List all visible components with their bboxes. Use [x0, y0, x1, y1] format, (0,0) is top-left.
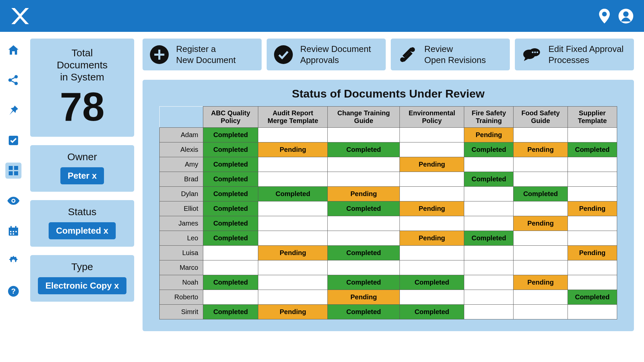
status-table: ABC QualityPolicyAudit ReportMerge Templ… [159, 106, 617, 319]
svg-point-0 [602, 12, 607, 16]
filter-chip-type[interactable]: Electronic Copy x [38, 277, 126, 294]
table-cell [258, 172, 328, 187]
svg-rect-11 [9, 171, 13, 175]
table-cell [400, 290, 464, 305]
filter-chip-status[interactable]: Completed x [49, 222, 116, 239]
table-row-header: Luisa [160, 246, 203, 260]
table-cell [203, 246, 258, 260]
svg-line-6 [11, 77, 15, 79]
total-docs-label-1: Total [37, 47, 127, 59]
action-label: Register aNew Document [176, 44, 236, 65]
table-cell: Completed [514, 187, 568, 201]
filter-title-owner: Owner [37, 151, 127, 163]
table-cell: Pending [258, 142, 328, 157]
sidebar-pin[interactable] [5, 102, 21, 118]
table-cell [400, 216, 464, 231]
table-cell [514, 231, 568, 246]
tools-icon [397, 45, 418, 65]
table-cell: Pending [400, 201, 464, 216]
table-cell [514, 246, 568, 260]
table-cell: Pending [328, 187, 400, 201]
sidebar-share[interactable] [5, 72, 21, 88]
sidebar-nav: ? [0, 32, 27, 362]
sidebar-checkbox[interactable] [5, 132, 21, 148]
svg-point-32 [400, 57, 405, 62]
table-row-header: Brad [160, 172, 203, 187]
table-cell [258, 128, 328, 142]
table-cell [328, 157, 400, 172]
filter-title-status: Status [37, 206, 127, 218]
action-register-document[interactable]: Register aNew Document [143, 39, 262, 70]
svg-point-36 [534, 51, 536, 53]
action-label: Edit Fixed ApprovalProcesses [548, 44, 624, 65]
table-cell [203, 260, 258, 275]
table-cell [464, 260, 514, 275]
svg-rect-20 [10, 233, 11, 235]
table-cell: Completed [464, 142, 514, 157]
table-cell: Completed [203, 187, 258, 201]
action-review-revisions[interactable]: ReviewOpen Revisions [391, 39, 510, 70]
sidebar-eye[interactable] [5, 193, 21, 209]
table-cell [514, 201, 568, 216]
svg-point-30 [274, 45, 293, 64]
table-cell: Pending [400, 157, 464, 172]
sidebar-help[interactable]: ? [5, 283, 21, 299]
table-cell [568, 128, 617, 142]
table-column-header: Change TrainingGuide [328, 107, 400, 128]
table-cell: Completed [328, 142, 400, 157]
total-docs-label-2: Documents [37, 59, 127, 71]
svg-rect-17 [10, 231, 11, 232]
action-review-approvals[interactable]: Review DocumentApprovals [267, 39, 386, 70]
table-cell [258, 201, 328, 216]
table-corner [160, 107, 203, 128]
table-row-header: Roberto [160, 290, 203, 305]
table-cell [568, 275, 617, 290]
table-row: AmyCompletedPending [160, 157, 617, 172]
sidebar-dashboard[interactable] [5, 163, 21, 179]
table-cell [464, 275, 514, 290]
svg-point-37 [537, 51, 538, 53]
table-row-header: Adam [160, 128, 203, 142]
action-edit-processes[interactable]: Edit Fixed ApprovalProcesses [515, 39, 634, 70]
svg-rect-19 [15, 231, 17, 232]
table-cell: Completed [203, 128, 258, 142]
location-icon[interactable] [598, 8, 611, 24]
table-row-header: Elliot [160, 201, 203, 216]
total-docs-card: Total Documents in System 78 [30, 39, 134, 137]
table-cell [568, 187, 617, 201]
table-cell: Completed [400, 275, 464, 290]
table-cell [514, 172, 568, 187]
table-cell [568, 260, 617, 275]
table-cell [514, 128, 568, 142]
table-cell [400, 187, 464, 201]
header-actions [598, 8, 634, 24]
sidebar-calendar[interactable] [5, 223, 21, 239]
filter-chip-owner[interactable]: Peter x [60, 167, 104, 184]
table-cell: Completed [464, 172, 514, 187]
table-cell [400, 172, 464, 187]
table-cell: Pending [328, 290, 400, 305]
user-icon[interactable] [618, 8, 634, 24]
table-cell [464, 187, 514, 201]
table-cell: Completed [203, 216, 258, 231]
sidebar-settings[interactable] [5, 253, 21, 269]
table-cell [258, 157, 328, 172]
table-cell: Completed [464, 231, 514, 246]
table-cell: Pending [568, 246, 617, 260]
table-cell: Completed [328, 275, 400, 290]
table-row: AdamCompletedPending [160, 128, 617, 142]
sidebar-home[interactable] [5, 42, 21, 58]
table-cell [464, 246, 514, 260]
table-cell [400, 246, 464, 260]
table-cell [328, 216, 400, 231]
svg-point-35 [532, 51, 534, 53]
total-docs-label-3: in System [37, 71, 127, 83]
svg-rect-23 [15, 226, 16, 229]
filter-card-status: Status Completed x [30, 200, 134, 247]
table-cell: Completed [203, 231, 258, 246]
table-row-header: Marco [160, 260, 203, 275]
table-cell: Completed [203, 157, 258, 172]
total-docs-count: 78 [37, 86, 127, 127]
table-row: AlexisCompletedPendingCompletedCompleted… [160, 142, 617, 157]
table-cell [258, 275, 328, 290]
